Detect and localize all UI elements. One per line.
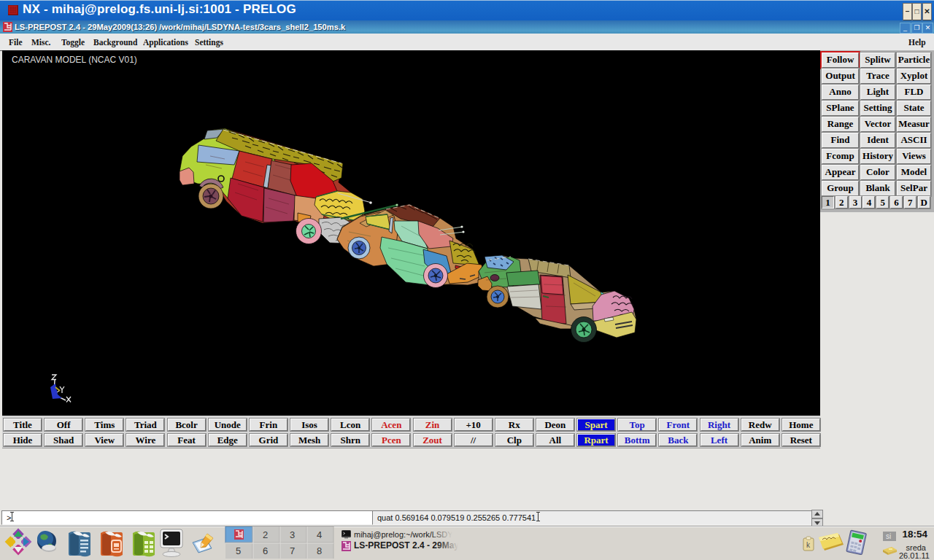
svg-text:2: 2	[263, 529, 268, 540]
svg-text:26.01.11: 26.01.11	[899, 551, 930, 560]
svg-text:4: 4	[317, 529, 322, 540]
svg-text:si: si	[886, 532, 891, 540]
svg-text:8: 8	[317, 545, 322, 556]
svg-text:18:54: 18:54	[902, 529, 927, 540]
svg-text:7: 7	[290, 545, 295, 556]
svg-text:6: 6	[263, 545, 268, 556]
svg-text:5: 5	[236, 545, 241, 556]
svg-text:3: 3	[290, 529, 295, 540]
